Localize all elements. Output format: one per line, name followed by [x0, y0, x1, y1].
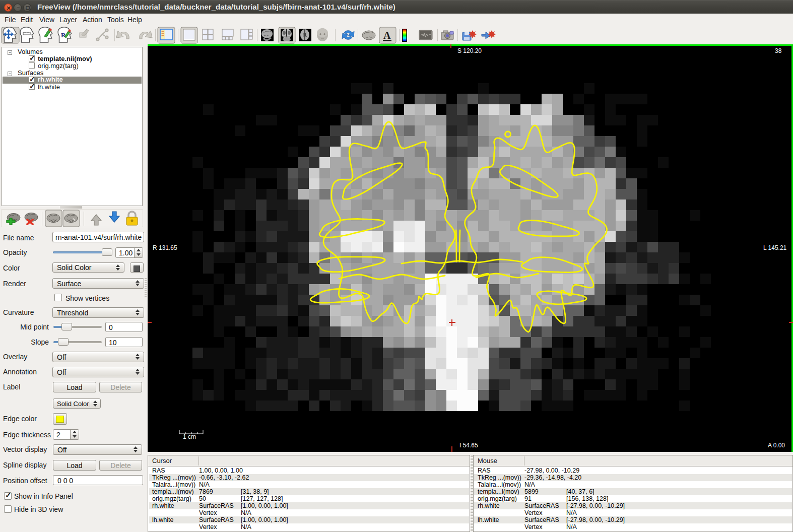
- svg-text:R: R: [61, 31, 66, 39]
- svg-text:1 cm: 1 cm: [183, 433, 196, 440]
- svg-text:A: A: [383, 30, 391, 41]
